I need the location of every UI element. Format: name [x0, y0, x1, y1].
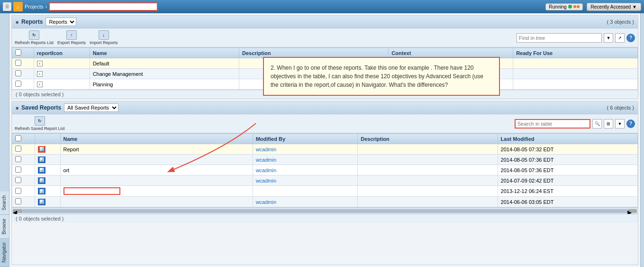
- row-checkbox-cell: [12, 197, 35, 207]
- saved-col-desc-header[interactable]: Description: [358, 134, 498, 144]
- export-reports-label: Export Reports: [57, 40, 86, 45]
- row-checkbox-cell: [12, 58, 34, 69]
- row-desc-cell: [358, 155, 498, 165]
- import-reports-button[interactable]: ↓ Import Reports: [90, 30, 118, 45]
- row-expand-icon[interactable]: +: [37, 71, 43, 77]
- row-select-checkbox[interactable]: [15, 70, 21, 76]
- row-select-checkbox[interactable]: [15, 146, 21, 152]
- row-checkbox-cell: [12, 165, 35, 175]
- saved-reports-toggle[interactable]: ■: [16, 105, 18, 110]
- row-select-checkbox[interactable]: [15, 177, 21, 183]
- row-select-checkbox[interactable]: [15, 156, 21, 162]
- reports-col-ready-header[interactable]: Ready For Use: [513, 48, 638, 58]
- saved-row-chart-icon: 📊: [38, 167, 45, 174]
- modified-by-link[interactable]: wcadmin: [256, 178, 276, 184]
- breadcrumb-area: ☰ ⌂ Projects ›: [3, 2, 158, 11]
- row-modified-by-cell: [253, 186, 358, 197]
- row-select-checkbox[interactable]: [15, 81, 21, 87]
- refresh-saved-reports-label: Refresh Saved Report List: [15, 126, 65, 131]
- row-expand-icon[interactable]: +: [37, 61, 43, 66]
- row-name-edit-input[interactable]: [63, 187, 120, 195]
- scroll-right-btn[interactable]: ▶: [627, 209, 637, 213]
- table-row: 📊 Report wcadmin 2014-08-05 07:32 EDT: [12, 144, 638, 155]
- breadcrumb-projects: Projects: [25, 4, 44, 9]
- saved-help-icon[interactable]: ?: [626, 120, 635, 128]
- sidebar-tab-navigator[interactable]: Navigator: [0, 239, 9, 267]
- saved-row-chart-icon: 📊: [38, 157, 45, 163]
- sidebar-tab-search[interactable]: Search: [0, 192, 9, 215]
- reports-section-header: ■ Reports Reports ( 3 objects ): [12, 16, 638, 28]
- row-expand-icon[interactable]: +: [37, 82, 43, 87]
- find-in-tree-input[interactable]: [517, 33, 602, 43]
- refresh-reports-icon: ↻: [29, 30, 39, 40]
- row-last-modified-cell: 2014-08-05 07:32 EDT: [498, 144, 637, 155]
- top-bar-right: Running Recently Accessed ▼: [545, 3, 641, 11]
- running-badge: Running: [545, 3, 582, 10]
- row-name-cell: [60, 175, 253, 186]
- reports-select-all[interactable]: [15, 49, 21, 55]
- row-modified-by-cell: wcadmin: [253, 175, 358, 186]
- saved-row-chart-icon: 📊: [38, 177, 45, 184]
- right-scrollbar[interactable]: [640, 13, 644, 267]
- callout-arrow: [133, 119, 265, 175]
- nav-menu-icon[interactable]: ☰: [3, 2, 11, 11]
- saved-reports-section-header: ■ Saved Reports All Saved Reports ( 6 ob…: [12, 101, 638, 114]
- sidebar-tab-browse[interactable]: Browse: [0, 215, 9, 239]
- row-last-modified-cell: 2013-12-12 06:24 EST: [498, 186, 637, 197]
- breadcrumb-input[interactable]: [49, 2, 158, 11]
- saved-col-modified-by-header[interactable]: Modified By: [253, 134, 358, 144]
- row-desc-cell: [358, 165, 498, 175]
- orange-dot-2: [577, 5, 580, 8]
- search-table-filter-icon[interactable]: ⊞: [604, 119, 613, 129]
- export-reports-button[interactable]: ↑ Export Reports: [57, 30, 86, 45]
- saved-row-chart-icon: 📊: [38, 188, 45, 194]
- home-icon[interactable]: ⌂: [13, 2, 23, 11]
- row-icon-cell: 📊: [35, 155, 61, 165]
- modified-by-link[interactable]: wcadmin: [256, 199, 276, 205]
- find-go-icon[interactable]: ↗: [615, 33, 625, 43]
- row-checkbox-cell: [12, 186, 35, 197]
- row-last-modified-cell: 2014-08-05 07:36 EDT: [498, 165, 637, 175]
- row-select-checkbox[interactable]: [15, 188, 21, 194]
- row-name-cell: Change Management: [90, 69, 239, 79]
- saved-reports-dropdown[interactable]: All Saved Reports: [64, 103, 118, 112]
- row-checkbox-cell: [12, 79, 34, 90]
- scroll-thumb[interactable]: [22, 209, 627, 213]
- search-table-dropdown-icon[interactable]: ▼: [615, 119, 625, 129]
- row-select-checkbox[interactable]: [15, 166, 21, 173]
- refresh-reports-button[interactable]: ↻ Refresh Reports List: [15, 30, 54, 45]
- saved-reports-header-row: Name Modified By Description Last Modifi…: [12, 134, 638, 144]
- row-last-modified-cell: 2014-08-05 07:36 EDT: [498, 155, 637, 165]
- recently-accessed-button[interactable]: Recently Accessed ▼: [587, 3, 641, 11]
- reports-dropdown[interactable]: Reports: [45, 18, 76, 26]
- find-filter-icon[interactable]: ▼: [604, 33, 613, 43]
- row-desc-cell: [358, 186, 498, 197]
- saved-col-checkbox: [12, 134, 35, 144]
- row-checkbox-cell: [12, 155, 35, 165]
- row-select-checkbox[interactable]: [15, 60, 21, 66]
- horizontal-scrollbar[interactable]: ◀ ▶: [12, 207, 638, 214]
- table-row: 📊 2013-12-12 06:24 EST: [12, 186, 638, 197]
- saved-reports-section-title: Saved Reports: [21, 104, 61, 111]
- refresh-saved-reports-button[interactable]: ↻ Refresh Saved Report List: [15, 116, 65, 131]
- reports-toolbar: ↻ Refresh Reports List ↑ Export Reports …: [12, 28, 638, 47]
- main-layout: Search Browse Navigator ■ Reports Report…: [0, 13, 644, 267]
- row-icon-cell: 📊: [35, 165, 61, 175]
- saved-col-last-modified-header[interactable]: Last Modified: [498, 134, 637, 144]
- row-icon-cell: +: [34, 69, 90, 79]
- row-select-checkbox[interactable]: [15, 198, 21, 204]
- search-table-icon[interactable]: 🔍: [592, 119, 602, 129]
- orange-status-dots: [573, 5, 580, 8]
- scroll-left-btn[interactable]: ◀: [13, 209, 22, 213]
- recently-accessed-label: Recently Accessed: [591, 4, 631, 9]
- recently-accessed-chevron: ▼: [632, 4, 637, 9]
- reports-section-count: ( 3 objects ): [607, 19, 634, 25]
- row-checkbox-cell: [12, 144, 35, 155]
- reports-toggle[interactable]: ■: [16, 19, 18, 25]
- help-icon[interactable]: ?: [626, 34, 635, 42]
- saved-select-all[interactable]: [15, 135, 21, 141]
- search-in-table-input[interactable]: [515, 119, 590, 129]
- table-row: 📊 wcadmin 2014-06-06 03:05 EDT: [12, 197, 638, 207]
- reports-col-name-header[interactable]: Name: [90, 48, 239, 58]
- orange-dot-1: [573, 5, 576, 8]
